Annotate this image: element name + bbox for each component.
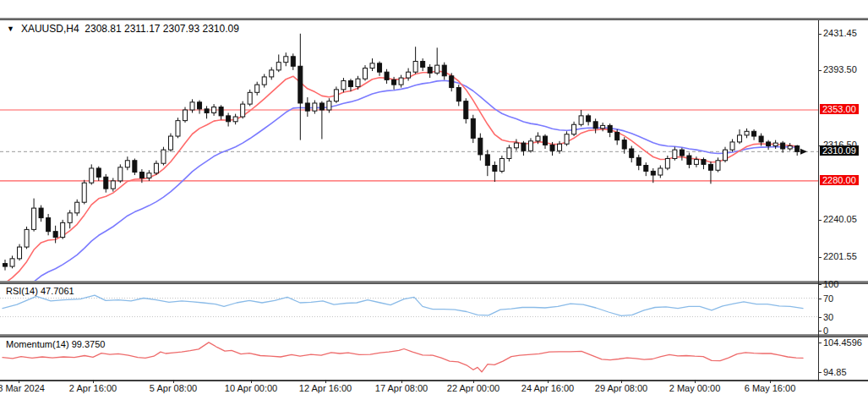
- candle-body: [75, 202, 79, 213]
- candle-body: [442, 65, 446, 76]
- last-price-arrow-icon: [800, 149, 807, 155]
- candle-body: [485, 155, 489, 166]
- rsi-indicator-panel[interactable]: [0, 284, 818, 334]
- candle-body: [183, 110, 188, 121]
- candle-body: [392, 79, 396, 85]
- candle-body: [399, 78, 403, 85]
- candle-body: [464, 101, 468, 119]
- candle-body: [701, 160, 706, 165]
- axis-tick: [695, 380, 696, 383]
- candle-body: [536, 136, 540, 141]
- date-axis-label: 2 May 00:00: [669, 383, 721, 393]
- candle-body: [313, 103, 317, 111]
- candle-body: [781, 143, 785, 149]
- rsi-label: RSI(14) 47.7061: [6, 286, 74, 296]
- candle-body: [227, 116, 231, 122]
- symbol-label: XAUUSD,H4: [21, 23, 79, 35]
- candle-body: [32, 208, 36, 229]
- main-price-chart[interactable]: [0, 20, 818, 281]
- candle-body: [248, 92, 252, 104]
- candle-body: [104, 177, 108, 189]
- date-axis-label: 12 Apr 16:00: [299, 383, 352, 393]
- rsi-level-label: 100: [823, 279, 838, 289]
- candle-body: [125, 161, 129, 167]
- price-axis-label: 2240.05: [823, 214, 857, 224]
- candle-body: [543, 136, 548, 145]
- candle-body: [198, 102, 202, 109]
- date-axis-label: 2 Apr 16:00: [69, 383, 117, 393]
- date-axis-label: 24 Apr 16:00: [521, 383, 574, 393]
- rsi-level-label: 70: [823, 293, 833, 304]
- axis-tick: [818, 331, 822, 332]
- axis-tick: [473, 380, 474, 383]
- momentum-indicator-panel[interactable]: [0, 337, 818, 380]
- candle-body: [111, 181, 115, 189]
- candle-body: [630, 149, 634, 157]
- current-price-label: 2310.09: [820, 145, 859, 156]
- axis-tick: [621, 380, 622, 383]
- rsi-level-label: 0: [823, 326, 828, 336]
- candle-body: [190, 102, 194, 110]
- candle-body: [435, 65, 439, 73]
- candle-body: [500, 158, 504, 171]
- price-axis-label: 2431.45: [823, 28, 857, 38]
- axis-tick: [251, 380, 252, 383]
- candle-body: [3, 264, 8, 266]
- candle-body: [291, 57, 295, 66]
- level-price-label: 2353.00: [820, 104, 859, 114]
- candle-body: [608, 125, 612, 132]
- candle-body: [687, 156, 691, 164]
- axis-tick: [548, 380, 549, 383]
- candle-body: [471, 118, 475, 138]
- candle-body: [356, 79, 360, 86]
- price-axis-line: [818, 20, 819, 381]
- candle-body: [270, 70, 274, 77]
- time-axis-border: [0, 380, 868, 381]
- candle-body: [407, 72, 411, 78]
- candle-body: [363, 68, 368, 79]
- candle-body: [348, 81, 352, 87]
- candle-body: [341, 81, 346, 90]
- level-price-label: 2280.00: [820, 175, 859, 185]
- candle-body: [61, 222, 65, 237]
- candle-body: [644, 166, 648, 172]
- axis-tick: [818, 70, 822, 71]
- candle-body: [46, 218, 51, 232]
- axis-tick: [818, 284, 822, 285]
- candle-body: [10, 259, 14, 266]
- candle-body: [176, 121, 180, 136]
- axis-tick: [818, 220, 822, 221]
- candle-body: [507, 148, 511, 159]
- axis-tick: [818, 34, 822, 35]
- collapse-arrow-icon[interactable]: ▼: [7, 25, 14, 33]
- candle-body: [241, 104, 245, 117]
- axis-tick: [818, 342, 822, 343]
- momentum-axis-label: 94.85: [823, 367, 847, 377]
- candle-body: [298, 66, 303, 103]
- date-axis-label: 10 Apr 00:00: [225, 383, 277, 393]
- symbol-info: ▼XAUUSD,H4 2308.81 2311.17 2307.93 2310.…: [7, 23, 239, 35]
- candle-body: [18, 247, 22, 259]
- date-axis-label: 29 Apr 08:00: [595, 383, 647, 393]
- candle-body: [118, 167, 123, 181]
- axis-tick: [770, 380, 771, 383]
- candle-body: [39, 208, 43, 217]
- candle-body: [378, 63, 382, 72]
- candle-body: [25, 229, 29, 247]
- candle-body: [680, 150, 684, 156]
- rsi-level-label: 30: [823, 312, 833, 322]
- candle-body: [262, 77, 266, 85]
- candle-body: [385, 72, 389, 79]
- candle-body: [658, 168, 663, 175]
- candle-body: [759, 136, 763, 142]
- candle-body: [284, 57, 288, 63]
- date-axis-label: 6 May 16:00: [745, 383, 796, 393]
- axis-tick: [818, 257, 822, 258]
- ohlc-values: 2308.81 2311.17 2307.93 2310.09: [85, 23, 239, 35]
- candle-body: [514, 143, 518, 148]
- candle-body: [327, 101, 331, 110]
- candle-body: [139, 173, 144, 178]
- candle-body: [276, 63, 281, 70]
- candle-body: [615, 132, 620, 140]
- candle-body: [456, 88, 461, 101]
